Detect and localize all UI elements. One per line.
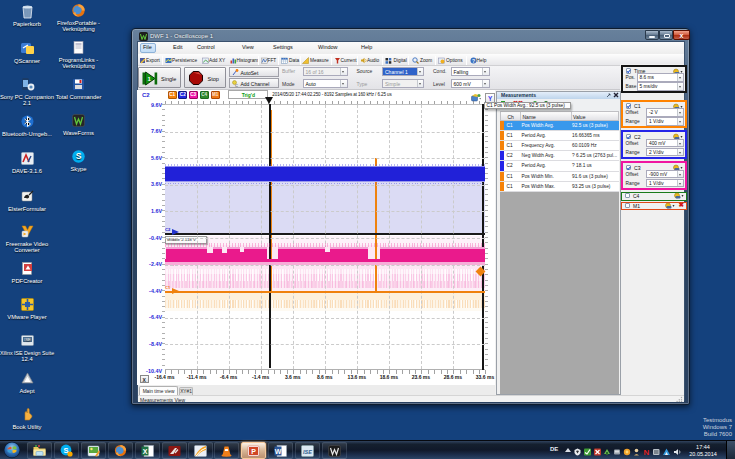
svg-text:?: ?	[472, 57, 475, 63]
svg-text:C: C	[235, 83, 238, 87]
svg-text:X: X	[143, 447, 148, 454]
svg-text:ISE: ISE	[24, 337, 31, 342]
svg-text:S: S	[76, 151, 82, 161]
svg-text:W: W	[275, 447, 282, 454]
svg-text:N: N	[644, 448, 650, 456]
svg-text:P: P	[251, 448, 256, 455]
svg-text:ISE: ISE	[303, 448, 312, 454]
